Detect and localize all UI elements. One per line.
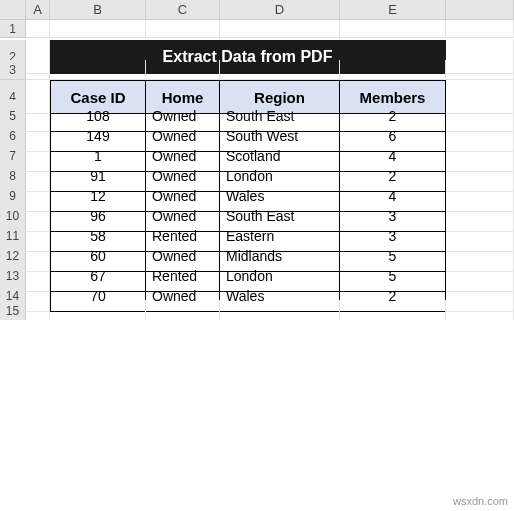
spreadsheet-grid[interactable]: A B C D E 1 2 Extract Data from PDF 3 4 … — [0, 0, 514, 320]
col-header-A[interactable]: A — [26, 0, 50, 20]
cell-F15[interactable] — [446, 300, 514, 320]
cell-E3[interactable] — [340, 60, 446, 80]
col-header-C[interactable]: C — [146, 0, 220, 20]
cell-C15[interactable] — [146, 300, 220, 320]
cell-D15[interactable] — [220, 300, 340, 320]
cell-D1[interactable] — [220, 20, 340, 38]
row-header-15[interactable]: 15 — [0, 300, 26, 320]
cell-B3[interactable] — [50, 60, 146, 80]
row-header-3[interactable]: 3 — [0, 60, 26, 80]
cell-B1[interactable] — [50, 20, 146, 38]
col-header-B[interactable]: B — [50, 0, 146, 20]
select-all-corner[interactable] — [0, 0, 26, 20]
col-header-D[interactable]: D — [220, 0, 340, 20]
cell-F1[interactable] — [446, 20, 514, 38]
cell-D3[interactable] — [220, 60, 340, 80]
cell-A15[interactable] — [26, 300, 50, 320]
col-header-E[interactable]: E — [340, 0, 446, 20]
cell-A1[interactable] — [26, 20, 50, 38]
cell-E15[interactable] — [340, 300, 446, 320]
cell-C3[interactable] — [146, 60, 220, 80]
cell-F3[interactable] — [446, 60, 514, 80]
cell-B15[interactable] — [50, 300, 146, 320]
cell-C1[interactable] — [146, 20, 220, 38]
col-header-spill[interactable] — [446, 0, 514, 20]
row-header-1[interactable]: 1 — [0, 20, 26, 38]
cell-A3[interactable] — [26, 60, 50, 80]
cell-E1[interactable] — [340, 20, 446, 38]
